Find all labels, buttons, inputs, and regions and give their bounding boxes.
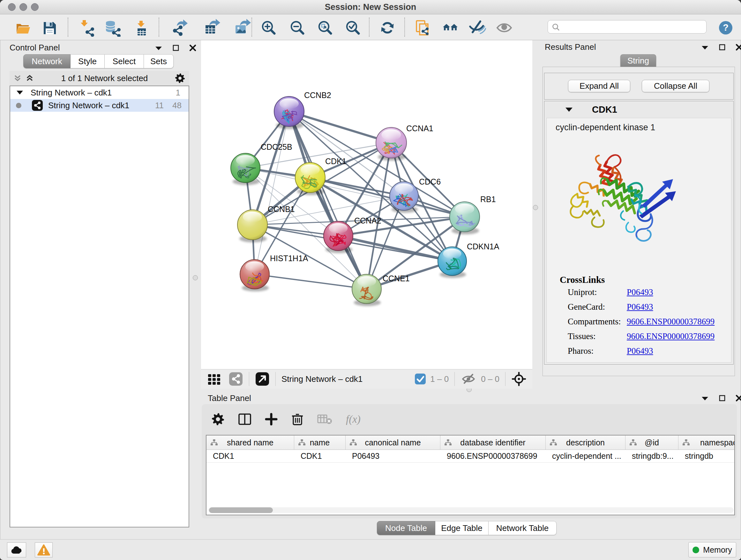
crosslink-value-link[interactable]: P06493 (627, 346, 653, 356)
hide-selected-button[interactable] (468, 19, 486, 37)
network-badge-icon[interactable] (228, 372, 243, 386)
network-row-selected[interactable]: String Network – cdk1 11 48 (10, 99, 189, 112)
right-splitter-handle[interactable] (533, 205, 538, 210)
delete-column-icon[interactable] (291, 413, 304, 426)
network-collection-row[interactable]: String Network – cdk1 1 (10, 86, 189, 99)
float-menu-icon[interactable] (701, 395, 709, 401)
column-header-description[interactable]: description (546, 435, 625, 449)
help-button[interactable]: ? (717, 19, 735, 37)
float-window-icon[interactable] (172, 44, 179, 51)
crosslink-value-link[interactable]: P06493 (627, 287, 653, 297)
left-splitter-handle[interactable] (193, 275, 198, 280)
crosslink-label: Tissues: (568, 331, 627, 341)
close-panel-icon[interactable] (735, 394, 741, 402)
table-cell[interactable]: CDK1 (294, 449, 346, 462)
import-network-database-button[interactable] (104, 19, 121, 37)
zoom-selected-button[interactable] (344, 19, 361, 37)
tab-select[interactable]: Select (105, 54, 144, 68)
node-label-CCNB2: CCNB2 (304, 91, 331, 100)
fit-content-crosshair-icon[interactable] (511, 371, 527, 387)
float-menu-icon[interactable] (701, 44, 709, 51)
export-image-button[interactable] (233, 19, 251, 37)
open-session-button[interactable] (14, 19, 32, 37)
edge-CCNB2-HIST1H1A[interactable] (255, 111, 289, 274)
network-options-gear-icon[interactable] (175, 73, 185, 84)
node-table[interactable]: shared namenamecanonical namedatabase id… (206, 435, 735, 515)
edge-CCNB2-CCNA1[interactable] (289, 111, 391, 143)
table-row[interactable]: CDK1CDK1P064939606.ENSP00000378699cyclin… (206, 449, 734, 462)
column-header-label: @id (625, 435, 678, 449)
tab-style[interactable]: Style (71, 54, 105, 68)
close-panel-icon[interactable] (189, 44, 197, 52)
column-header--id[interactable]: @id (625, 435, 678, 449)
column-header-shared-name[interactable]: shared name (206, 435, 294, 449)
float-window-icon[interactable] (719, 395, 726, 401)
table-cell[interactable]: P06493 (346, 449, 441, 462)
table-cell[interactable]: cyclin-dependent ... (546, 449, 625, 462)
apply-layout-button[interactable] (379, 19, 396, 37)
column-header-canonical-name[interactable]: canonical name (346, 435, 441, 449)
clone-network-button[interactable] (414, 19, 432, 37)
cloud-status-button[interactable] (7, 543, 26, 557)
close-panel-icon[interactable] (735, 44, 741, 51)
zoom-in-button[interactable] (259, 19, 277, 37)
birdseye-grid-icon[interactable] (207, 372, 221, 386)
tree-expander-icon[interactable] (16, 89, 23, 96)
first-neighbors-button[interactable] (442, 19, 460, 37)
open-in-new-window-icon[interactable] (255, 372, 270, 386)
gene-section-header[interactable]: CDK1 (545, 102, 733, 118)
warnings-button[interactable] (35, 543, 53, 557)
node-RB1[interactable]: RB1 (450, 195, 496, 234)
collapse-section-icon[interactable] (564, 106, 574, 113)
selected-checkbox-icon[interactable] (414, 373, 426, 385)
table-cell[interactable]: CDK1 (206, 449, 294, 462)
expand-all-icon[interactable] (25, 73, 35, 83)
float-menu-icon[interactable] (154, 45, 163, 51)
table-options-gear-icon[interactable] (211, 413, 225, 426)
network-canvas[interactable]: CCNB2CCNA1CDC25BCDK1CDC6RB1CCNB1CCNA2CDK… (201, 40, 532, 369)
export-network-button[interactable] (171, 19, 188, 37)
zoom-out-button[interactable] (288, 19, 306, 37)
crosslinks-title: CrossLinks (560, 274, 605, 285)
function-builder-button[interactable]: f(x) (346, 414, 360, 425)
tab-sets[interactable]: Sets (144, 54, 174, 68)
column-header-label: shared name (206, 435, 294, 449)
node-CDK1[interactable]: CDK1 (295, 157, 347, 195)
crosslink-value-link[interactable]: 9606.ENSP00000378699 (627, 317, 715, 326)
table-cell[interactable]: stringdb (678, 449, 735, 462)
add-column-icon[interactable] (265, 413, 278, 426)
import-table-file-button[interactable] (133, 19, 151, 37)
node-HIST1H1A[interactable]: HIST1H1A (240, 254, 308, 292)
node-CDC6[interactable]: CDC6 (390, 177, 441, 213)
column-header-database-identifier[interactable]: database identifier (441, 435, 546, 449)
crosslink-value-link[interactable]: P06493 (627, 302, 653, 312)
collapse-all-icon[interactable] (13, 73, 22, 83)
tab-string[interactable]: String (620, 54, 656, 67)
horizontal-scrollbar[interactable] (208, 507, 734, 513)
horizontal-scrollbar-thumb[interactable] (209, 507, 273, 513)
edge-CCNE1-HIST1H1A[interactable] (255, 274, 367, 289)
tab-edge-table[interactable]: Edge Table (435, 521, 488, 535)
node-CDKN1A[interactable]: CDKN1A (438, 242, 499, 278)
tab-network[interactable]: Network (23, 54, 71, 68)
table-cell[interactable]: stringdb:9... (625, 449, 678, 462)
import-network-file-button[interactable] (77, 19, 95, 37)
float-window-icon[interactable] (719, 44, 726, 51)
show-columns-icon[interactable] (238, 413, 252, 426)
column-header-name[interactable]: name (294, 435, 346, 449)
export-table-button[interactable] (203, 19, 221, 37)
tab-node-table[interactable]: Node Table (377, 521, 435, 535)
tab-network-table[interactable]: Network Table (488, 521, 556, 535)
crosslink-value-link[interactable]: 9606.ENSP00000378699 (627, 331, 715, 341)
zoom-fit-button[interactable] (316, 19, 334, 37)
table-cell[interactable]: 9606.ENSP00000378699 (441, 449, 546, 462)
memory-button[interactable]: Memory (688, 542, 736, 557)
save-session-button[interactable] (41, 19, 58, 37)
collapse-all-button[interactable]: Collapse All (642, 80, 710, 92)
column-header-namespace[interactable]: namespace (678, 435, 735, 449)
show-all-button[interactable] (495, 19, 513, 37)
expand-all-button[interactable]: Expand All (568, 80, 630, 92)
node-CDC25B[interactable]: CDC25B (231, 142, 292, 185)
netbar-divider (275, 372, 276, 386)
search-input[interactable] (548, 20, 706, 34)
